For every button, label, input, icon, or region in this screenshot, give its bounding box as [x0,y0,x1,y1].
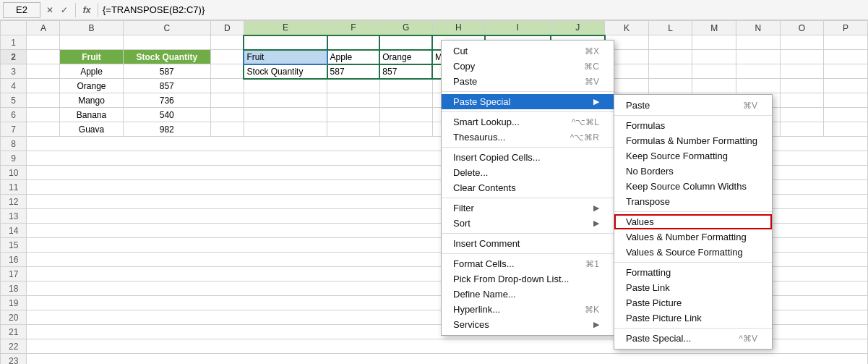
submenu-item-formatting[interactable]: Formatting [614,265,772,280]
cell-N4[interactable] [736,79,781,93]
cell-G6[interactable] [379,108,432,122]
cell-F7[interactable] [327,122,380,137]
row-header-20[interactable]: 20 [1,310,27,325]
cell-D5[interactable] [210,93,244,108]
cell-C5[interactable]: 736 [123,93,210,108]
row-header-22[interactable]: 22 [1,339,27,354]
cell-O1[interactable] [780,35,824,50]
cell-D3[interactable] [210,64,244,79]
cell-A5[interactable] [27,93,60,108]
cell-G4[interactable] [379,79,432,93]
cell-F1[interactable] [327,35,380,50]
menu-item-smart-lookup[interactable]: Smart Lookup... ^⌥⌘L [442,114,614,130]
cell-O3[interactable] [780,64,824,79]
cell-F5[interactable] [327,93,380,108]
col-header-A[interactable]: A [27,21,60,35]
cell-G1[interactable] [379,35,432,50]
cell-E3[interactable]: Stock Quantity [244,64,327,79]
cell-O5[interactable] [780,93,824,108]
col-header-E[interactable]: E [244,21,327,35]
cell-C7[interactable]: 982 [123,122,210,137]
menu-item-paste-special[interactable]: Paste Special ▶ [442,94,614,109]
menu-item-paste[interactable]: Paste ⌘V [442,74,614,89]
col-header-H[interactable]: H [432,21,485,35]
row-header-13[interactable]: 13 [1,209,27,224]
cell-G7[interactable] [379,122,432,137]
row-header-8[interactable]: 8 [1,137,27,151]
row-header-10[interactable]: 10 [1,166,27,180]
col-header-O[interactable]: O [780,21,824,35]
cell-C6[interactable]: 540 [123,108,210,122]
cell-G2[interactable]: Orange [379,50,432,64]
cell-C3[interactable]: 587 [123,64,210,79]
row-header-21[interactable]: 21 [1,325,27,339]
cell-L2[interactable] [648,50,692,64]
row-header-19[interactable]: 19 [1,296,27,310]
cell-E6[interactable] [244,108,327,122]
confirm-button[interactable]: ✓ [58,4,71,17]
col-header-I[interactable]: I [485,21,551,35]
cell-O7[interactable] [780,122,824,137]
submenu-item-values-src[interactable]: Values & Source Formatting [614,245,772,260]
row-header-16[interactable]: 16 [1,253,27,267]
col-header-J[interactable]: J [551,21,605,35]
submenu-item-no-borders[interactable]: No Borders [614,164,772,179]
cell-E7[interactable] [244,122,327,137]
cell-A6[interactable] [27,108,60,122]
submenu-item-paste-link[interactable]: Paste Link [614,280,772,295]
col-header-K[interactable]: K [605,21,649,35]
cell-F2[interactable]: Apple [327,50,380,64]
submenu-item-paste-picture[interactable]: Paste Picture [614,295,772,310]
menu-item-copy[interactable]: Copy ⌘C [442,59,614,74]
submenu-item-formulas-num[interactable]: Formulas & Number Formatting [614,133,772,148]
menu-item-format-cells[interactable]: Format Cells... ⌘1 [442,256,614,271]
cell-C4[interactable]: 857 [123,79,210,93]
menu-item-services[interactable]: Services ▶ [442,317,614,332]
col-header-L[interactable]: L [648,21,692,35]
menu-item-clear-contents[interactable]: Clear Contents [442,180,614,195]
col-header-B[interactable]: B [60,21,123,35]
row-header-7[interactable]: 7 [1,122,27,137]
cell-A4[interactable] [27,79,60,93]
cell-A7[interactable] [27,122,60,137]
col-header-D[interactable]: D [210,21,244,35]
cell-reference-box[interactable]: E2 [3,2,40,18]
row-header-12[interactable]: 12 [1,195,27,209]
cell-P7[interactable] [824,122,868,137]
cell-D7[interactable] [210,122,244,137]
menu-item-insert-copied[interactable]: Insert Copied Cells... [442,150,614,165]
cell-B2[interactable]: Fruit [60,50,123,64]
submenu-item-values-num[interactable]: Values & Number Formatting [614,229,772,245]
cell-G5[interactable] [379,93,432,108]
cell-E5[interactable] [244,93,327,108]
row-header-17[interactable]: 17 [1,267,27,282]
col-header-P[interactable]: P [824,21,868,35]
cell-A1[interactable] [27,35,60,50]
row-header-6[interactable]: 6 [1,108,27,122]
menu-item-pick-dropdown[interactable]: Pick From Drop-down List... [442,271,614,287]
col-header-G[interactable]: G [379,21,432,35]
menu-item-delete[interactable]: Delete... [442,165,614,180]
cell-B6[interactable]: Banana [60,108,123,122]
cell-E4[interactable] [244,79,327,93]
cell-P3[interactable] [824,64,868,79]
menu-item-thesaurus[interactable]: Thesaurus... ^⌥⌘R [442,130,614,145]
cell-B7[interactable]: Guava [60,122,123,137]
menu-item-define-name[interactable]: Define Name... [442,287,614,302]
cell-P1[interactable] [824,35,868,50]
cell-B4[interactable]: Orange [60,79,123,93]
row-header-1[interactable]: 1 [1,35,27,50]
submenu-item-paste[interactable]: Paste ⌘V [614,98,772,113]
row-header-5[interactable]: 5 [1,93,27,108]
menu-item-sort[interactable]: Sort ▶ [442,216,614,231]
submenu-item-keep-source[interactable]: Keep Source Formatting [614,148,772,164]
submenu-item-paste-special[interactable]: Paste Special... ^⌘V [614,331,772,346]
cell-O2[interactable] [780,50,824,64]
cell-P5[interactable] [824,93,868,108]
submenu-item-keep-col-widths[interactable]: Keep Source Column Widths [614,179,772,194]
menu-item-cut[interactable]: Cut ⌘X [442,43,614,59]
row-header-9[interactable]: 9 [1,151,27,166]
cell-N1[interactable] [736,35,781,50]
row-header-4[interactable]: 4 [1,79,27,93]
cell-A3[interactable] [27,64,60,79]
